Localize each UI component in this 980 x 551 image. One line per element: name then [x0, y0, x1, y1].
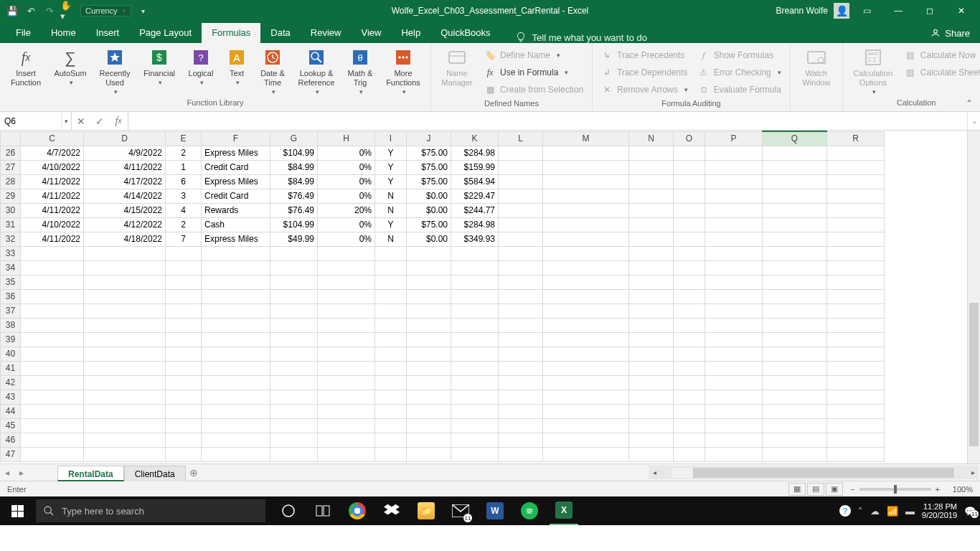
- zoom-in-icon[interactable]: +: [936, 485, 940, 494]
- tab-view[interactable]: View: [351, 23, 391, 43]
- cell[interactable]: [202, 418, 270, 433]
- define-name-button[interactable]: 🏷️Define Name▾: [481, 47, 586, 63]
- cell[interactable]: [375, 303, 407, 318]
- cell[interactable]: [674, 447, 705, 461]
- cell[interactable]: [375, 289, 407, 303]
- cell[interactable]: [705, 146, 763, 160]
- cell[interactable]: 0%: [318, 174, 375, 189]
- cell[interactable]: 4/10/2022: [21, 217, 84, 232]
- cell[interactable]: [84, 275, 166, 289]
- vertical-scrollbar[interactable]: [967, 131, 980, 463]
- cell[interactable]: [499, 318, 543, 332]
- row-header[interactable]: 41: [1, 361, 21, 375]
- row-header[interactable]: 45: [1, 418, 21, 433]
- cell[interactable]: [318, 246, 375, 260]
- cell[interactable]: N: [375, 189, 407, 203]
- row-header[interactable]: 36: [1, 289, 21, 303]
- cell[interactable]: [375, 375, 407, 390]
- cell[interactable]: [202, 275, 270, 289]
- battery-icon[interactable]: ▬: [905, 506, 915, 517]
- row-header[interactable]: 42: [1, 375, 21, 390]
- cell[interactable]: [543, 160, 629, 174]
- cell[interactable]: [705, 303, 763, 318]
- cell[interactable]: [763, 404, 827, 418]
- cell[interactable]: $104.99: [270, 217, 318, 232]
- cell[interactable]: Express Miles: [202, 232, 270, 246]
- cell[interactable]: [543, 260, 629, 275]
- cell[interactable]: [407, 375, 451, 390]
- cell[interactable]: [166, 289, 202, 303]
- cell[interactable]: [629, 404, 674, 418]
- cell[interactable]: [451, 332, 499, 347]
- calculate-sheet-button[interactable]: ▥Calculate Sheet: [902, 65, 980, 80]
- cell[interactable]: [451, 289, 499, 303]
- cell[interactable]: [827, 347, 885, 361]
- cell[interactable]: [705, 174, 763, 189]
- cell[interactable]: 4: [166, 203, 202, 217]
- lookup-reference-button[interactable]: Lookup & Reference▾: [294, 46, 339, 97]
- cell[interactable]: $284.98: [451, 217, 499, 232]
- touch-mode-icon[interactable]: ✋▾: [60, 3, 76, 19]
- cell[interactable]: $76.49: [270, 189, 318, 203]
- cell[interactable]: [543, 146, 629, 160]
- cell[interactable]: [763, 332, 827, 347]
- cell[interactable]: [375, 433, 407, 447]
- cell[interactable]: [674, 289, 705, 303]
- page-layout-view-icon[interactable]: ▤: [807, 483, 824, 496]
- onedrive-icon[interactable]: ☁: [870, 506, 880, 517]
- cell[interactable]: 4/7/2022: [21, 146, 84, 160]
- cell[interactable]: [543, 217, 629, 232]
- cell[interactable]: [827, 404, 885, 418]
- cell[interactable]: [166, 260, 202, 275]
- cell[interactable]: [166, 332, 202, 347]
- cell[interactable]: [705, 275, 763, 289]
- cell[interactable]: [407, 332, 451, 347]
- col-header-F[interactable]: F: [202, 131, 270, 146]
- cell[interactable]: 4/11/2022: [21, 174, 84, 189]
- cell[interactable]: [451, 390, 499, 404]
- row-header[interactable]: 30: [1, 203, 21, 217]
- col-header-O[interactable]: O: [674, 131, 705, 146]
- cell[interactable]: [21, 404, 84, 418]
- cell[interactable]: 0%: [318, 189, 375, 203]
- row-header[interactable]: 27: [1, 160, 21, 174]
- cell[interactable]: $0.00: [407, 232, 451, 246]
- cell[interactable]: [499, 433, 543, 447]
- normal-view-icon[interactable]: ▦: [788, 483, 806, 496]
- cell[interactable]: [674, 217, 705, 232]
- cell[interactable]: [827, 232, 885, 246]
- col-header-I[interactable]: I: [375, 131, 407, 146]
- cell[interactable]: [21, 260, 84, 275]
- cell[interactable]: 0%: [318, 232, 375, 246]
- cell[interactable]: [827, 146, 885, 160]
- expand-formula-bar-icon[interactable]: ⌄: [967, 112, 980, 130]
- cell[interactable]: [21, 347, 84, 361]
- col-header-L[interactable]: L: [499, 131, 543, 146]
- create-from-selection-button[interactable]: ▦Create from Selection: [481, 82, 586, 98]
- cell[interactable]: [763, 275, 827, 289]
- cell[interactable]: [705, 160, 763, 174]
- cell[interactable]: [629, 203, 674, 217]
- cell[interactable]: [827, 447, 885, 461]
- cell[interactable]: [451, 318, 499, 332]
- cell[interactable]: [202, 260, 270, 275]
- cell[interactable]: [827, 332, 885, 347]
- file-explorer-icon[interactable]: 📁: [412, 496, 440, 525]
- cell[interactable]: [499, 361, 543, 375]
- fx-button-icon[interactable]: fx: [109, 112, 128, 130]
- cell[interactable]: [166, 246, 202, 260]
- cell[interactable]: $244.77: [451, 203, 499, 217]
- maximize-button[interactable]: ◻: [915, 1, 944, 20]
- row-header[interactable]: 31: [1, 217, 21, 232]
- tab-formulas[interactable]: Formulas: [202, 23, 260, 43]
- help-icon[interactable]: ?: [839, 505, 851, 517]
- cell[interactable]: [499, 332, 543, 347]
- cell[interactable]: [763, 361, 827, 375]
- cell[interactable]: [166, 433, 202, 447]
- cell[interactable]: $76.49: [270, 203, 318, 217]
- math-trig-button[interactable]: θ Math & Trig▾: [343, 46, 377, 97]
- cell[interactable]: [21, 375, 84, 390]
- cell[interactable]: [451, 303, 499, 318]
- chrome-icon[interactable]: [343, 496, 372, 525]
- cell[interactable]: [705, 260, 763, 275]
